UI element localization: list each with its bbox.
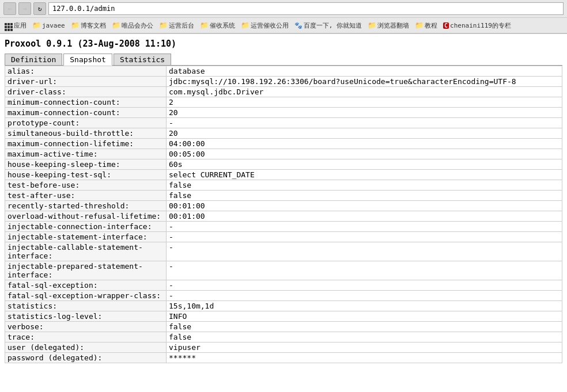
bookmark-debt-label: 催收系统 xyxy=(210,21,235,30)
paw-icon: 🐾 xyxy=(294,22,303,29)
row-key: driver-class: xyxy=(5,87,167,97)
row-value: database xyxy=(167,66,562,77)
tab-statistics[interactable]: Statistics xyxy=(114,54,171,65)
bookmark-ops2-label: 运营催收公用 xyxy=(251,21,289,30)
table-row: statistics:15s,10m,1d xyxy=(5,301,562,311)
row-value: - xyxy=(167,291,562,301)
table-row: user (delegated):vipuser xyxy=(5,342,562,353)
row-key: injectable-connection-interface: xyxy=(5,222,167,232)
bookmark-chenaini[interactable]: C chenaini119的专栏 xyxy=(441,21,513,31)
row-key: driver-url: xyxy=(5,77,167,87)
table-row: house-keeping-test-sql:select CURRENT_DA… xyxy=(5,170,562,180)
row-key: house-keeping-test-sql: xyxy=(5,170,167,180)
bookmark-javaee[interactable]: 📁 javaee xyxy=(30,21,67,30)
bookmark-javaee-label: javaee xyxy=(42,22,65,29)
bookmark-meeting-label: 唯品会办公 xyxy=(122,21,153,30)
table-row: injectable-connection-interface:- xyxy=(5,222,562,232)
folder-icon: 📁 xyxy=(200,21,209,29)
bookmark-debt[interactable]: 📁 催收系统 xyxy=(198,21,237,31)
bookmark-apps[interactable]: 应用 xyxy=(2,19,29,32)
table-row: alias:database xyxy=(5,66,562,77)
c-icon: C xyxy=(443,22,449,29)
bookmark-tutorial[interactable]: 📁 教程 xyxy=(413,21,440,31)
table-row: injectable-callable-statement-interface:… xyxy=(5,242,562,261)
row-value: 20 xyxy=(167,128,562,139)
row-value: vipuser xyxy=(167,342,562,353)
folder-icon: 📁 xyxy=(159,21,168,29)
row-value: INFO xyxy=(167,311,562,322)
address-bar[interactable] xyxy=(48,2,564,15)
back-button[interactable]: ← xyxy=(3,2,16,15)
row-key: injectable-prepared-statement-interface: xyxy=(5,261,167,280)
browser-toolbar: ← → ↻ xyxy=(0,0,567,18)
row-value: false xyxy=(167,322,562,332)
row-value: select CURRENT_DATE xyxy=(167,170,562,180)
table-row: injectable-statement-interface:- xyxy=(5,232,562,242)
reload-button[interactable]: ↻ xyxy=(33,2,46,15)
row-key: simultaneous-build-throttle: xyxy=(5,128,167,139)
row-value: - xyxy=(167,261,562,280)
row-key: minimum-connection-count: xyxy=(5,97,167,108)
forward-button[interactable]: → xyxy=(18,2,31,15)
bookmark-baidu-label: 百度一下, 你就知道 xyxy=(304,21,362,30)
row-key: statistics-log-level: xyxy=(5,311,167,322)
row-value: false xyxy=(167,180,562,191)
row-value: com.mysql.jdbc.Driver xyxy=(167,87,562,97)
table-row: simultaneous-build-throttle:20 xyxy=(5,128,562,139)
bookmarks-bar: 应用 📁 javaee 📁 博客文档 📁 唯品会办公 📁 运营后台 📁 催收系统… xyxy=(0,18,567,33)
row-key: injectable-callable-statement-interface: xyxy=(5,242,167,261)
row-key: fatal-sql-exception: xyxy=(5,280,167,291)
table-row: verbose:false xyxy=(5,322,562,332)
table-row: injectable-prepared-statement-interface:… xyxy=(5,261,562,280)
row-value: false xyxy=(167,191,562,201)
row-key: alias: xyxy=(5,66,167,77)
row-key: test-after-use: xyxy=(5,191,167,201)
row-value: jdbc:mysql://10.198.192.26:3306/board?us… xyxy=(167,77,562,87)
row-key: user (delegated): xyxy=(5,342,167,353)
table-row: recently-started-threshold:00:01:00 xyxy=(5,201,562,211)
folder-icon: 📁 xyxy=(368,21,376,29)
table-row: statistics-log-level:INFO xyxy=(5,311,562,322)
folder-icon: 📁 xyxy=(241,21,250,29)
row-key: prototype-count: xyxy=(5,118,167,128)
bookmark-translate[interactable]: 📁 浏览器翻墙 xyxy=(365,21,411,31)
row-value: false xyxy=(167,332,562,342)
bookmark-ops2[interactable]: 📁 运营催收公用 xyxy=(239,21,291,31)
row-key: statistics: xyxy=(5,301,167,311)
table-row: maximum-connection-lifetime:04:00:00 xyxy=(5,139,562,149)
apps-icon xyxy=(5,20,13,31)
row-value: - xyxy=(167,280,562,291)
tab-definition[interactable]: Definition xyxy=(5,54,62,65)
tabs: Definition Snapshot Statistics xyxy=(5,54,562,66)
table-row: trace:false xyxy=(5,332,562,342)
table-row: password (delegated):****** xyxy=(5,353,562,363)
row-value: - xyxy=(167,222,562,232)
folder-icon: 📁 xyxy=(415,21,424,29)
row-value: 20 xyxy=(167,108,562,118)
table-row: driver-class:com.mysql.jdbc.Driver xyxy=(5,87,562,97)
row-key: house-keeping-sleep-time: xyxy=(5,159,167,170)
row-key: maximum-active-time: xyxy=(5,149,167,159)
tab-snapshot[interactable]: Snapshot xyxy=(63,54,112,66)
row-value: 2 xyxy=(167,97,562,108)
row-key: maximum-connection-count: xyxy=(5,108,167,118)
row-key: verbose: xyxy=(5,322,167,332)
table-row: prototype-count:- xyxy=(5,118,562,128)
table-row: driver-url:jdbc:mysql://10.198.192.26:33… xyxy=(5,77,562,87)
browser-chrome: ← → ↻ 应用 📁 javaee 📁 博客文档 📁 唯品会办公 📁 运营后台 xyxy=(0,0,567,34)
row-value: 00:05:00 xyxy=(167,149,562,159)
bookmark-baidu[interactable]: 🐾 百度一下, 你就知道 xyxy=(292,21,364,31)
folder-icon: 📁 xyxy=(112,21,120,29)
row-key: overload-without-refusal-lifetime: xyxy=(5,211,167,222)
bookmark-blog-label: 博客文档 xyxy=(81,21,106,30)
table-row: overload-without-refusal-lifetime:00:01:… xyxy=(5,211,562,222)
bookmark-ops[interactable]: 📁 运营后台 xyxy=(157,21,196,31)
row-value: 04:00:00 xyxy=(167,139,562,149)
row-key: recently-started-threshold: xyxy=(5,201,167,211)
bookmark-meeting[interactable]: 📁 唯品会办公 xyxy=(109,21,156,31)
bookmark-tutorial-label: 教程 xyxy=(425,21,437,30)
bookmark-ops-label: 运营后台 xyxy=(169,21,194,30)
bookmark-blog[interactable]: 📁 博客文档 xyxy=(69,21,108,31)
bookmark-translate-label: 浏览器翻墙 xyxy=(377,21,409,30)
row-value: 00:01:00 xyxy=(167,201,562,211)
